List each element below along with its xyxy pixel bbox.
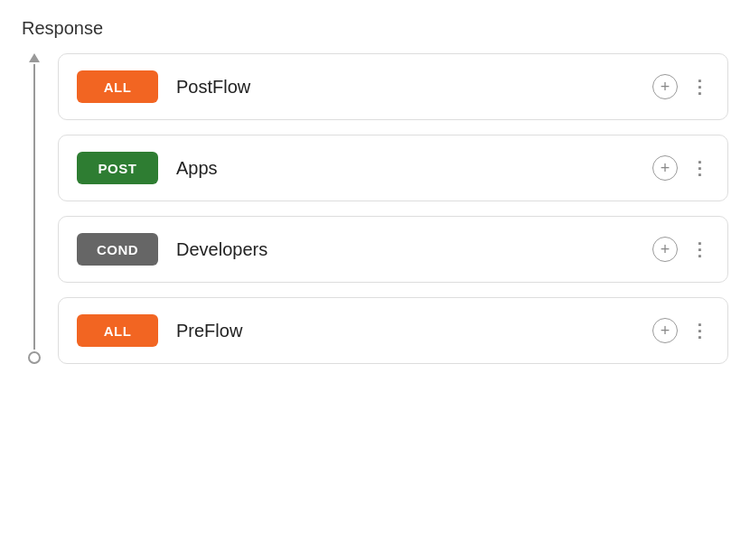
more-options-button-apps[interactable]: ⋮ [690, 157, 709, 179]
more-options-button-developers[interactable]: ⋮ [690, 238, 709, 260]
timeline-arrow-icon [29, 53, 40, 62]
flow-name-apps: Apps [176, 158, 634, 179]
flow-name-postflow: PostFlow [176, 77, 634, 98]
add-policy-button-preflow[interactable]: + [652, 318, 678, 343]
more-options-button-preflow[interactable]: ⋮ [690, 320, 709, 341]
cards-list: ALL PostFlow + ⋮ POST Apps + ⋮ COND Deve… [47, 53, 728, 364]
card-actions-developers: + ⋮ [652, 237, 709, 262]
method-badge-preflow: ALL [77, 314, 158, 347]
timeline-end-circle [28, 351, 41, 364]
add-policy-button-postflow[interactable]: + [652, 74, 678, 99]
flow-card-developers: COND Developers + ⋮ [58, 216, 728, 283]
page-title: Response [22, 18, 728, 39]
card-actions-postflow: + ⋮ [652, 74, 709, 99]
method-badge-apps: POST [77, 152, 158, 184]
flow-name-preflow: PreFlow [176, 321, 634, 341]
more-options-button-postflow[interactable]: ⋮ [690, 76, 709, 98]
flow-card-postflow: ALL PostFlow + ⋮ [58, 53, 728, 120]
flow-card-preflow: ALL PreFlow + ⋮ [58, 297, 728, 364]
flow-card-apps: POST Apps + ⋮ [58, 135, 728, 201]
timeline-line [22, 53, 47, 364]
method-badge-postflow: ALL [77, 70, 158, 103]
card-actions-apps: + ⋮ [652, 155, 709, 181]
add-policy-button-apps[interactable]: + [652, 155, 678, 181]
timeline-vertical-line [33, 64, 35, 350]
method-badge-developers: COND [77, 233, 158, 266]
add-policy-button-developers[interactable]: + [652, 237, 678, 262]
card-actions-preflow: + ⋮ [652, 318, 709, 343]
flow-name-developers: Developers [176, 239, 634, 260]
timeline-container: ALL PostFlow + ⋮ POST Apps + ⋮ COND Deve… [22, 53, 728, 364]
